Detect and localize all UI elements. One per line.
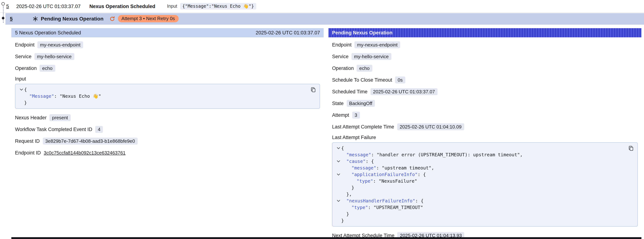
field-value-chip: 2025-02-26 UTC 01:03:37.07: [370, 88, 438, 95]
code-text: "message": "upstream timeout",: [341, 165, 434, 171]
collapse-chevron-down-icon[interactable]: [335, 198, 341, 204]
field-label: Endpoint: [332, 42, 352, 48]
field-value-chip: my-hello-service: [352, 53, 391, 60]
pending-operation-detail-panel: Pending Nexus Operation Endpointmy-nexus…: [328, 28, 642, 239]
field-label: State: [332, 101, 344, 106]
code-text: "Message": "Nexus Echo 👋": [24, 93, 101, 100]
field-label: Request ID: [15, 138, 40, 144]
code-gutter: [335, 178, 341, 184]
failure-json-lines: {"message": "handler error (UPSTREAM_TIM…: [335, 145, 634, 224]
code-gutter: [18, 100, 24, 106]
field-label: Last Attempt Complete Time: [332, 124, 394, 130]
field-row: Operationecho: [15, 64, 320, 72]
code-line: },: [335, 191, 634, 198]
input-json-lines: {"Message": "Nexus Echo 👋"}: [18, 86, 317, 106]
code-line: }: [335, 211, 634, 218]
pending-asterisk-icon: [32, 16, 38, 22]
event-detail-header-time: 2025-02-26 UTC 01:03:37.07: [256, 30, 320, 36]
field-value-chip: my-nexus-endpoint: [354, 41, 400, 48]
code-gutter: [335, 211, 341, 218]
event-detail-header: 5 Nexus Operation Scheduled 2025-02-26 U…: [11, 28, 324, 37]
code-text: "type": "UPSTREAM_TIMEOUT": [341, 204, 423, 211]
collapse-chevron-down-icon[interactable]: [335, 145, 341, 152]
field-label: Scheduled Time: [332, 89, 368, 94]
field-label: Nexus Header: [15, 115, 47, 120]
field-label: Service: [332, 54, 348, 59]
bottom-divider: [11, 237, 642, 239]
collapse-chevron-down-icon[interactable]: [18, 86, 24, 93]
field-row: Attempt3: [332, 111, 638, 119]
field-label: Endpoint: [15, 42, 34, 48]
field-label: Endpoint ID: [15, 150, 41, 156]
code-gutter: [335, 204, 341, 211]
input-section-label: Input: [15, 76, 320, 82]
code-text: "cause": {: [341, 158, 374, 165]
code-gutter: [335, 218, 341, 224]
event-title: Nexus Operation Scheduled: [89, 4, 155, 9]
code-gutter: [335, 152, 341, 158]
field-row: Scheduled Time2025-02-26 UTC 01:03:37.07: [332, 88, 638, 96]
event-input-label: Input: [167, 4, 177, 9]
timeline-filled-dot-icon: [2, 17, 4, 20]
field-label: Workflow Task Completed Event ID: [15, 127, 92, 132]
collapse-chevron-down-icon[interactable]: [335, 171, 341, 178]
event-timestamp: 2025-02-26 UTC 01:03:37.07: [16, 4, 80, 9]
collapse-chevron-down-icon[interactable]: [335, 158, 341, 165]
code-gutter: [18, 93, 24, 100]
copy-button[interactable]: [628, 145, 634, 152]
failure-section-label: Last Attempt Failure: [332, 135, 638, 140]
field-label: Schedule To Close Timeout: [332, 77, 392, 83]
code-gutter: [335, 184, 341, 191]
pending-event-id-link[interactable]: 5: [10, 16, 13, 22]
field-row: Endpointmy-nexus-endpoint: [15, 41, 320, 49]
code-text: }: [24, 100, 27, 106]
event-input-preview-chip: {"Message":"Nexus Echo 👋"}: [180, 3, 256, 10]
field-value-chip: BackingOff: [346, 100, 375, 107]
code-line: {: [18, 86, 317, 93]
event-id-link[interactable]: 5: [6, 4, 9, 9]
field-value-chip: my-hello-service: [34, 53, 74, 60]
code-text: "nexusHandlerFailureInfo": {: [341, 198, 424, 204]
field-value-chip: present: [50, 114, 71, 121]
failure-json-block: {"message": "handler error (UPSTREAM_TIM…: [332, 142, 638, 226]
attempt-retry-badge: Attempt 3 • Next Retry 0s: [118, 15, 178, 22]
code-line: "type": "UPSTREAM_TIMEOUT": [335, 204, 634, 211]
field-row: Servicemy-hello-service: [15, 53, 320, 60]
code-text: "applicationFailureInfo": {: [341, 171, 426, 178]
event-row-nexus-operation-scheduled[interactable]: 5 2025-02-26 UTC 01:03:37.07 Nexus Opera…: [0, 0, 644, 13]
field-value-chip: 3: [352, 112, 360, 118]
field-row: Nexus Headerpresent: [15, 114, 320, 122]
timeline-connector: [3, 6, 4, 23]
pending-detail-header: Pending Nexus Operation: [328, 28, 642, 37]
timeline-circle-outline-icon: [2, 2, 5, 6]
event-detail-body: Endpointmy-nexus-endpointServicemy-hello…: [11, 37, 324, 157]
pending-detail-header-title: Pending Nexus Operation: [332, 30, 392, 36]
code-line: "message": "handler error (UPSTREAM_TIME…: [335, 152, 634, 158]
code-text: },: [341, 191, 352, 198]
field-label: Service: [15, 54, 32, 59]
pending-detail-body: Endpointmy-nexus-endpointServicemy-hello…: [328, 37, 642, 239]
event-timeline: [0, 0, 6, 26]
field-value-chip: 4: [95, 126, 103, 133]
code-text: {: [24, 86, 27, 93]
left-fields-top: Endpointmy-nexus-endpointServicemy-hello…: [15, 41, 320, 72]
code-line: }: [18, 100, 317, 106]
code-line: {: [335, 145, 634, 152]
code-text: }: [341, 184, 354, 191]
copy-button[interactable]: [310, 86, 317, 93]
field-value-chip: 3e829b7e-7d67-4b08-aad3-b1e868bfe9e0: [43, 138, 138, 144]
code-text: }: [341, 218, 344, 224]
code-line: "nexusHandlerFailureInfo": {: [335, 198, 634, 204]
field-label: Attempt: [332, 112, 349, 118]
code-line: }: [335, 184, 634, 191]
retry-circular-arrow-icon: [109, 16, 115, 22]
code-text: }: [341, 211, 349, 218]
field-row: Schedule To Close Timeout0s: [332, 76, 638, 84]
field-row: StateBackingOff: [332, 100, 638, 107]
code-line: }: [335, 218, 634, 224]
code-text: "message": "handler error (UPSTREAM_TIME…: [341, 152, 523, 158]
left-fields-bottom: Nexus HeaderpresentWorkflow Task Complet…: [15, 114, 320, 157]
field-row: Workflow Task Completed Event ID4: [15, 126, 320, 133]
pending-nexus-operation-row[interactable]: 5 Pending Nexus Operation Attempt 3 • Ne…: [6, 13, 644, 24]
field-value-link[interactable]: 3c0c75ccfa8144b092c13ce632463761: [44, 150, 126, 156]
